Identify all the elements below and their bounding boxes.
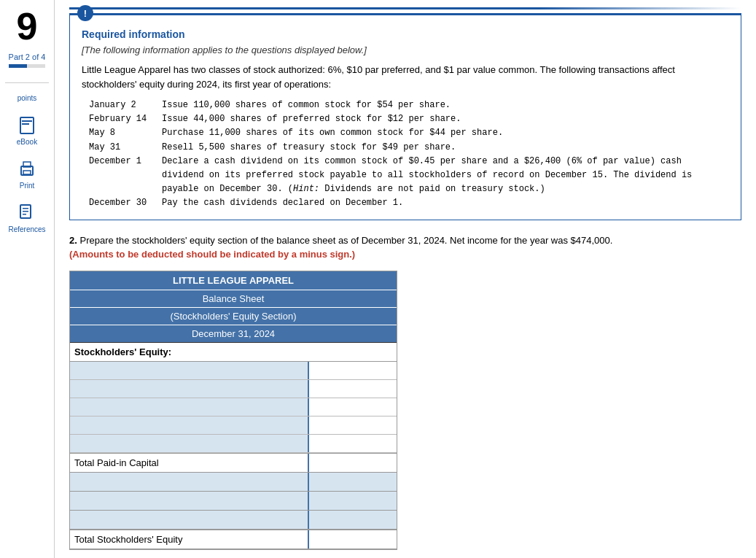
- bs-total-equity-value[interactable]: [309, 530, 397, 549]
- svg-rect-2: [22, 123, 29, 125]
- svg-rect-7: [23, 208, 28, 209]
- progress-bar: [9, 64, 45, 68]
- t-date-4: May 31: [89, 141, 162, 155]
- bs-row-8-label-input[interactable]: [74, 514, 303, 525]
- question-warning: (Amounts to be deducted should be indica…: [69, 249, 355, 260]
- bs-row-3-value-input[interactable]: [313, 401, 392, 412]
- svg-rect-8: [23, 211, 28, 212]
- question-number-label: 2.: [69, 235, 77, 246]
- bs-row-7-value-input[interactable]: [313, 495, 392, 505]
- bs-row-4[interactable]: [70, 416, 397, 435]
- ebook-label: eBook: [17, 138, 37, 146]
- bs-row-6-label[interactable]: [70, 473, 309, 491]
- bs-row-4-value-input[interactable]: [313, 419, 392, 430]
- bs-row-6-label-input[interactable]: [74, 476, 303, 487]
- info-box-title: Required information: [82, 28, 729, 40]
- print-icon: [17, 159, 37, 179]
- references-label: References: [8, 225, 45, 233]
- main-content: ! Required information [The following in…: [55, 0, 756, 558]
- bs-row-3-value[interactable]: [309, 398, 397, 416]
- bs-row-7[interactable]: [70, 492, 397, 511]
- sidebar-item-references[interactable]: References: [8, 203, 45, 233]
- bs-row-8-label[interactable]: [70, 511, 309, 529]
- bs-row-8-value-input[interactable]: [313, 514, 392, 524]
- info-box-subtitle: [The following information applies to th…: [82, 44, 729, 55]
- bs-row-4-label-input[interactable]: [74, 419, 303, 430]
- bs-row-3-label-input[interactable]: [74, 401, 303, 412]
- t-date-3: May 8: [89, 126, 162, 140]
- part-label: Part 2 of 4: [9, 53, 46, 61]
- t-desc-6: Pay the cash dividends declared on Decem…: [162, 196, 729, 210]
- references-icon: [17, 203, 37, 223]
- bs-row-5-value[interactable]: [309, 435, 397, 452]
- bs-row-4-value[interactable]: [309, 416, 397, 434]
- bs-row-2-value[interactable]: [309, 380, 397, 398]
- bs-total-equity-row: Total Stockholders' Equity: [70, 530, 397, 549]
- bs-row-7-label[interactable]: [70, 492, 309, 510]
- sidebar: 9 Part 2 of 4 points eBook Print Referen…: [0, 0, 55, 558]
- bs-total-equity-input[interactable]: [313, 533, 392, 544]
- t-desc-5: Declare a cash dividend on its common st…: [162, 155, 729, 197]
- question-body: Prepare the stockholders' equity section…: [79, 235, 612, 246]
- bs-row-2-label-input[interactable]: [74, 383, 303, 394]
- transaction-row-3: May 8 Purchase 11,000 shares of its own …: [89, 126, 729, 140]
- bs-row-1-value-input[interactable]: [313, 365, 392, 376]
- bs-row-5-label[interactable]: [70, 435, 309, 452]
- bs-row-1[interactable]: [70, 362, 397, 380]
- points-label: points: [17, 94, 37, 102]
- t-date-1: January 2: [89, 98, 162, 112]
- bs-row-2-label[interactable]: [70, 380, 309, 398]
- svg-rect-9: [23, 214, 26, 215]
- bs-row-4-label[interactable]: [70, 416, 309, 434]
- transaction-row-5: December 1 Declare a cash dividend on it…: [89, 155, 729, 197]
- bs-row-1-value[interactable]: [309, 362, 397, 379]
- bs-row-6-value[interactable]: [309, 473, 397, 491]
- bs-row-8-value[interactable]: [309, 511, 397, 529]
- bs-row-1-label-input[interactable]: [74, 365, 303, 376]
- bs-subtitle: (Stockholders' Equity Section): [70, 308, 397, 325]
- t-desc-2: Issue 44,000 shares of preferred stock f…: [162, 112, 729, 126]
- bs-total-equity-label: Total Stockholders' Equity: [70, 530, 309, 549]
- bs-row-2-value-input[interactable]: [313, 383, 392, 394]
- bs-total-paid-in-input[interactable]: [313, 457, 392, 468]
- bs-row-7-label-input[interactable]: [74, 495, 303, 506]
- bs-total-paid-in-value[interactable]: [309, 454, 397, 472]
- info-box-body: Little League Apparel has two classes of…: [82, 63, 729, 91]
- sidebar-item-print[interactable]: Print: [17, 159, 37, 190]
- alert-icon: !: [77, 5, 93, 21]
- svg-rect-1: [22, 120, 32, 122]
- print-label: Print: [20, 182, 35, 190]
- bs-row-3-label[interactable]: [70, 398, 309, 416]
- bs-row-2[interactable]: [70, 380, 397, 398]
- transaction-row-1: January 2 Issue 110,000 shares of common…: [89, 98, 729, 112]
- bs-row-5-value-input[interactable]: [313, 438, 392, 449]
- bs-title: Balance Sheet: [70, 290, 397, 308]
- bs-row-5-label-input[interactable]: [74, 438, 303, 449]
- bs-row-3[interactable]: [70, 398, 397, 416]
- divider: [5, 82, 49, 83]
- bs-section-label: Stockholders' Equity:: [70, 343, 397, 362]
- bs-total-paid-in-row: Total Paid-in Capital: [70, 453, 397, 473]
- bs-row-6-value-input[interactable]: [313, 476, 392, 487]
- question-text: 2. Prepare the stockholders' equity sect…: [69, 233, 741, 262]
- t-date-6: December 30: [89, 196, 162, 210]
- transaction-row-6: December 30 Pay the cash dividends decla…: [89, 196, 729, 210]
- t-desc-4: Resell 5,500 shares of treasury stock fo…: [162, 141, 729, 155]
- t-date-2: February 14: [89, 112, 162, 126]
- info-box: ! Required information [The following in…: [69, 13, 741, 220]
- sidebar-item-ebook[interactable]: eBook: [17, 115, 37, 146]
- bs-total-paid-in-label: Total Paid-in Capital: [70, 454, 309, 472]
- t-desc-3: Purchase 11,000 shares of its own common…: [162, 126, 729, 140]
- transactions-table: January 2 Issue 110,000 shares of common…: [89, 98, 729, 211]
- ebook-icon: [17, 115, 37, 136]
- bs-row-6[interactable]: [70, 473, 397, 492]
- question-number: 9: [17, 7, 38, 45]
- bs-row-5[interactable]: [70, 435, 397, 453]
- bs-row-8[interactable]: [70, 511, 397, 530]
- svg-rect-5: [23, 171, 31, 174]
- bs-row-7-value[interactable]: [309, 492, 397, 510]
- transaction-row-4: May 31 Resell 5,500 shares of treasury s…: [89, 141, 729, 155]
- progress-fill: [9, 64, 27, 68]
- bs-row-1-label[interactable]: [70, 362, 309, 379]
- balance-sheet-table: LITTLE LEAGUE APPAREL Balance Sheet (Sto…: [69, 271, 397, 550]
